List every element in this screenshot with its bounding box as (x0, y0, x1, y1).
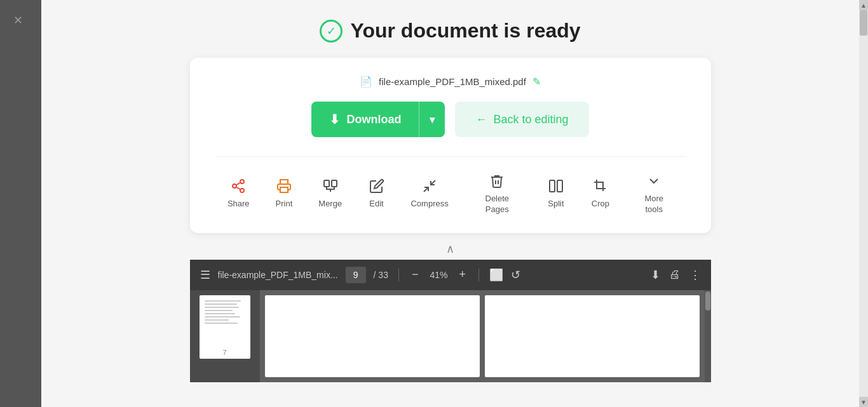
svg-rect-5 (280, 187, 288, 192)
close-button[interactable]: ✕ (10, 13, 25, 28)
pdf-content: 7 (190, 290, 711, 382)
print-label: Print (276, 199, 293, 210)
more-options-icon[interactable]: ⋮ (689, 268, 701, 282)
pdf-toolbar: ☰ file-example_PDF_1MB_mix... / 33 − 41%… (190, 260, 711, 290)
pdf-thumbnail-sidebar: 7 (190, 290, 260, 382)
page-input[interactable] (346, 267, 366, 283)
collapse-button[interactable]: ∧ (433, 238, 467, 260)
window-scrollbar[interactable]: ▲ ▼ (859, 0, 868, 407)
page-title: Your document is ready (350, 19, 580, 43)
svg-rect-7 (332, 180, 337, 187)
scroll-up-arrow[interactable]: ▲ (859, 0, 868, 10)
scrollbar-track[interactable] (859, 10, 868, 397)
delete-pages-label: Delete Pages (473, 194, 521, 215)
back-label: Back to editing (493, 113, 568, 126)
svg-point-1 (233, 184, 236, 188)
zoom-controls: − 41% + (409, 268, 468, 281)
print-tool[interactable]: Print (262, 172, 306, 215)
svg-line-3 (236, 187, 241, 190)
download-main[interactable]: ⬇ Download (311, 102, 419, 137)
merge-label: Merge (318, 199, 342, 210)
pdf-vertical-scrollbar[interactable] (705, 290, 711, 382)
more-tools-label: More tools (635, 194, 673, 215)
delete-pages-tool[interactable]: Delete Pages (461, 167, 534, 220)
zoom-level: 41% (426, 270, 451, 280)
split-label: Split (548, 199, 564, 210)
compress-label: Compress (410, 199, 448, 210)
pdf-page-left (265, 295, 480, 377)
fit-page-icon[interactable]: ⬜ (489, 268, 503, 282)
svg-point-0 (240, 180, 244, 183)
svg-rect-11 (557, 180, 562, 192)
back-to-editing-button[interactable]: ← Back to editing (455, 102, 588, 137)
filename: file-example_PDF_1MB_mixed.pdf (379, 76, 526, 87)
pdf-scrollbar-thumb[interactable] (705, 291, 710, 310)
compress-tool[interactable]: Compress (399, 172, 461, 215)
pdf-thumbnail: 7 (200, 295, 250, 359)
crop-tool[interactable]: Crop (578, 172, 623, 215)
pdf-page-right (485, 295, 700, 377)
print-pdf-icon[interactable]: 🖨 (669, 268, 681, 281)
scroll-down-arrow[interactable]: ▼ (859, 397, 868, 407)
svg-line-9 (424, 187, 428, 192)
share-tool[interactable]: Share (215, 172, 262, 215)
delete-icon (488, 172, 506, 190)
more-tools-icon (645, 172, 663, 190)
thumb-content (205, 300, 245, 326)
left-sidebar: ✕ (0, 0, 41, 407)
page-total: / 33 (374, 270, 388, 280)
svg-line-4 (236, 183, 241, 185)
pdf-toolbar-right: ⬇ 🖨 ⋮ (651, 268, 701, 282)
download-icon: ⬇ (329, 112, 340, 127)
zoom-in-button[interactable]: + (456, 268, 468, 281)
edit-label: Edit (369, 199, 383, 210)
svg-point-2 (240, 189, 244, 192)
crop-icon (592, 177, 609, 195)
crop-label: Crop (592, 199, 609, 210)
svg-line-8 (431, 180, 435, 185)
merge-icon (322, 177, 339, 195)
pdf-viewer: ☰ file-example_PDF_1MB_mix... / 33 − 41%… (190, 260, 711, 382)
scrollbar-thumb[interactable] (860, 10, 867, 36)
svg-rect-6 (324, 180, 329, 187)
success-icon: ✓ (320, 20, 342, 43)
collapse-icon: ∧ (446, 243, 454, 255)
edit-tool[interactable]: Edit (355, 172, 399, 215)
thumb-page-number: 7 (222, 349, 226, 356)
download-pdf-icon[interactable]: ⬇ (651, 268, 660, 282)
pdf-main-area (260, 290, 705, 382)
hamburger-menu-icon[interactable]: ☰ (200, 268, 210, 282)
filename-row: 📄 file-example_PDF_1MB_mixed.pdf ✎ (360, 76, 541, 88)
toolbar-divider-1 (398, 269, 399, 281)
action-buttons: ⬇ Download ▾ ← Back to editing (311, 102, 588, 137)
print-icon (275, 177, 293, 195)
split-tool[interactable]: Split (534, 172, 578, 215)
download-label: Download (346, 113, 401, 126)
back-arrow-icon: ← (475, 113, 487, 126)
compress-icon (421, 177, 438, 195)
toolbar-divider-2 (478, 269, 479, 281)
more-tools[interactable]: More tools (623, 167, 686, 220)
share-label: Share (227, 199, 250, 210)
file-icon: 📄 (360, 76, 372, 88)
document-card: 📄 file-example_PDF_1MB_mixed.pdf ✎ ⬇ Dow… (190, 58, 711, 233)
pdf-toolbar-left: ☰ file-example_PDF_1MB_mix... / 33 − 41%… (200, 267, 643, 283)
share-icon (229, 177, 247, 195)
rotate-icon[interactable]: ↺ (511, 268, 520, 282)
rename-icon[interactable]: ✎ (532, 76, 541, 88)
split-icon (547, 177, 565, 195)
collapse-row: ∧ (190, 238, 711, 260)
title-section: ✓ Your document is ready (320, 19, 580, 43)
download-button[interactable]: ⬇ Download ▾ (311, 102, 445, 137)
pdf-filename: file-example_PDF_1MB_mix... (218, 270, 338, 280)
zoom-out-button[interactable]: − (409, 268, 421, 281)
edit-icon (368, 177, 386, 195)
tools-row: Share Print Merge (215, 156, 686, 220)
download-dropdown-arrow[interactable]: ▾ (419, 102, 445, 137)
svg-rect-10 (550, 180, 555, 192)
merge-tool[interactable]: Merge (306, 172, 355, 215)
main-content: ✓ Your document is ready 📄 file-example_… (41, 0, 859, 407)
